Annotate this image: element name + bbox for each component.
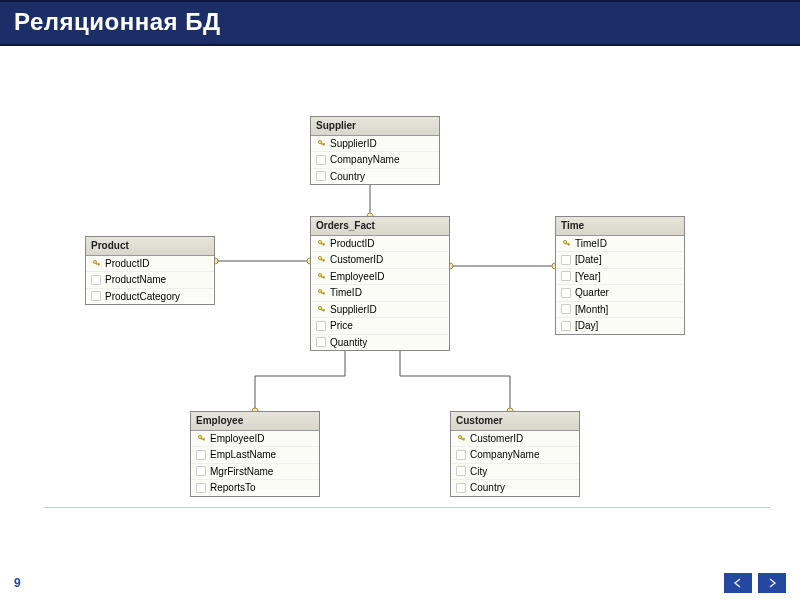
- field-box-icon: [91, 275, 101, 285]
- field-label: SupplierID: [330, 303, 377, 317]
- field-label: ProductID: [105, 257, 149, 271]
- table-title: Employee: [191, 412, 319, 431]
- primary-key-icon: [316, 238, 326, 248]
- field-label: Country: [470, 481, 505, 495]
- table-rows: CustomerIDCompanyNameCityCountry: [451, 431, 579, 496]
- primary-key-icon: [316, 271, 326, 281]
- svg-rect-12: [323, 244, 324, 246]
- field-box-icon: [561, 304, 571, 314]
- table-row: CompanyName: [311, 151, 439, 168]
- primary-key-icon: [196, 433, 206, 443]
- field-label: CompanyName: [470, 448, 539, 462]
- field-box-icon: [91, 291, 101, 301]
- svg-rect-30: [203, 439, 204, 441]
- field-box-icon: [456, 466, 466, 476]
- field-label: [Year]: [575, 270, 601, 284]
- table-row: [Year]: [556, 268, 684, 285]
- table-row: CustomerID: [311, 251, 449, 268]
- field-label: ReportsTo: [210, 481, 256, 495]
- table-rows: TimeID[Date][Year]Quarter[Month][Day]: [556, 236, 684, 334]
- table-row: CustomerID: [451, 431, 579, 447]
- field-label: City: [470, 465, 487, 479]
- table-rows: ProductIDProductNameProductCategory: [86, 256, 214, 305]
- field-label: Price: [330, 319, 353, 333]
- field-label: MgrFirstName: [210, 465, 273, 479]
- svg-rect-24: [323, 310, 324, 312]
- table-row: EmployeeID: [311, 268, 449, 285]
- field-label: TimeID: [330, 286, 362, 300]
- slide-title: Реляционная БД: [14, 8, 786, 36]
- primary-key-icon: [91, 258, 101, 268]
- field-box-icon: [196, 450, 206, 460]
- table-row: EmpLastName: [191, 446, 319, 463]
- table-row: Country: [451, 479, 579, 496]
- table-rows: SupplierIDCompanyNameCountry: [311, 136, 439, 185]
- table-title: Product: [86, 237, 214, 256]
- field-box-icon: [316, 155, 326, 165]
- field-label: SupplierID: [330, 137, 377, 151]
- table-supplier: Supplier SupplierIDCompanyNameCountry: [310, 116, 440, 185]
- footer-rule: [44, 507, 770, 508]
- field-label: Quantity: [330, 336, 367, 350]
- table-row: SupplierID: [311, 136, 439, 152]
- prev-button[interactable]: [724, 573, 752, 593]
- svg-rect-15: [323, 260, 324, 262]
- table-rows: ProductIDCustomerIDEmployeeIDTimeIDSuppl…: [311, 236, 449, 351]
- field-box-icon: [196, 483, 206, 493]
- next-button[interactable]: [758, 573, 786, 593]
- field-label: EmpLastName: [210, 448, 276, 462]
- field-label: TimeID: [575, 237, 607, 251]
- field-label: [Date]: [575, 253, 602, 267]
- table-row: Quarter: [556, 284, 684, 301]
- field-label: CustomerID: [470, 432, 523, 446]
- primary-key-icon: [316, 304, 326, 314]
- field-box-icon: [561, 288, 571, 298]
- svg-rect-33: [463, 439, 464, 441]
- field-box-icon: [316, 171, 326, 181]
- table-row: ReportsTo: [191, 479, 319, 496]
- field-label: ProductCategory: [105, 290, 180, 304]
- primary-key-icon: [316, 255, 326, 265]
- primary-key-icon: [316, 138, 326, 148]
- field-box-icon: [561, 255, 571, 265]
- table-row: ProductID: [86, 256, 214, 272]
- table-row: Country: [311, 168, 439, 185]
- table-row: CompanyName: [451, 446, 579, 463]
- chevron-right-icon: [765, 577, 779, 589]
- table-title: Customer: [451, 412, 579, 431]
- table-customer: Customer CustomerIDCompanyNameCityCountr…: [450, 411, 580, 497]
- field-label: Country: [330, 170, 365, 184]
- field-box-icon: [561, 271, 571, 281]
- table-row: EmployeeID: [191, 431, 319, 447]
- field-label: CustomerID: [330, 253, 383, 267]
- field-box-icon: [456, 450, 466, 460]
- primary-key-icon: [456, 433, 466, 443]
- primary-key-icon: [561, 238, 571, 248]
- field-box-icon: [561, 321, 571, 331]
- table-title: Supplier: [311, 117, 439, 136]
- table-orders-fact: Orders_Fact ProductIDCustomerIDEmployeeI…: [310, 216, 450, 351]
- table-row: SupplierID: [311, 301, 449, 318]
- table-row: City: [451, 463, 579, 480]
- table-row: [Day]: [556, 317, 684, 334]
- table-row: TimeID: [556, 236, 684, 252]
- table-row: Price: [311, 317, 449, 334]
- table-title: Time: [556, 217, 684, 236]
- field-label: [Day]: [575, 319, 598, 333]
- field-label: Quarter: [575, 286, 609, 300]
- field-label: EmployeeID: [210, 432, 264, 446]
- nav-buttons: [724, 573, 786, 593]
- field-label: CompanyName: [330, 153, 399, 167]
- table-rows: EmployeeIDEmpLastNameMgrFirstNameReports…: [191, 431, 319, 496]
- field-label: ProductID: [330, 237, 374, 251]
- svg-rect-21: [323, 293, 324, 295]
- chevron-left-icon: [731, 577, 745, 589]
- slide-header: Реляционная БД: [0, 0, 800, 46]
- svg-rect-9: [98, 264, 99, 266]
- field-box-icon: [196, 466, 206, 476]
- svg-rect-6: [323, 144, 324, 146]
- diagram-canvas: Supplier SupplierIDCompanyNameCountry Pr…: [0, 46, 800, 546]
- slide-footer: 9: [0, 566, 800, 600]
- table-row: [Month]: [556, 301, 684, 318]
- field-label: [Month]: [575, 303, 608, 317]
